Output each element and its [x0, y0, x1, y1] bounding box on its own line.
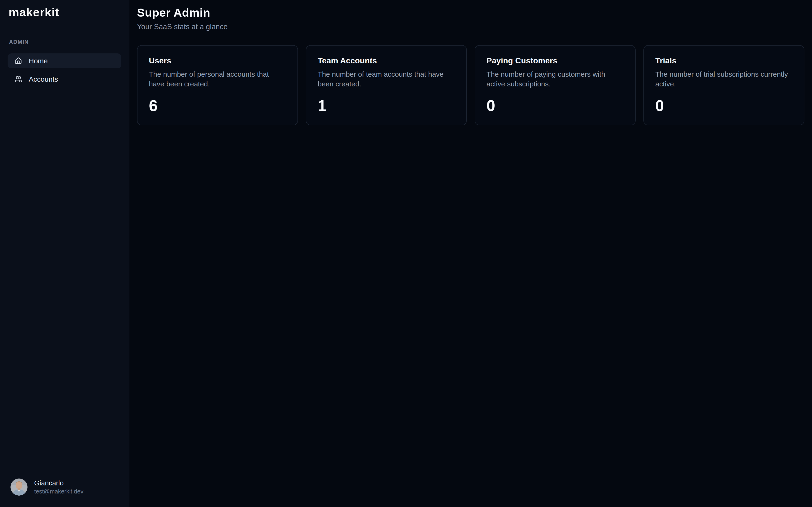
- stat-card-description: The number of personal accounts that hav…: [149, 69, 286, 89]
- avatar: [10, 478, 28, 496]
- sidebar-nav: Home Accounts: [8, 53, 121, 87]
- stat-card-value: 0: [486, 98, 624, 113]
- stat-card-value: 6: [149, 98, 286, 113]
- stat-card-title: Trials: [655, 56, 793, 65]
- main-content: Super Admin Your SaaS stats at a glance …: [129, 0, 812, 507]
- sidebar-item-accounts[interactable]: Accounts: [8, 72, 121, 87]
- page-title: Super Admin: [137, 6, 804, 19]
- stat-card-value: 1: [318, 98, 455, 113]
- app-logo[interactable]: makerkit: [8, 6, 121, 19]
- stat-card-description: The number of trial subscriptions curren…: [655, 69, 793, 89]
- user-profile[interactable]: Giancarlo test@makerkit.dev: [8, 478, 121, 496]
- stat-card-team-accounts: Team Accounts The number of team account…: [306, 45, 467, 125]
- stat-card-description: The number of paying customers with acti…: [486, 69, 624, 89]
- stat-card-value: 0: [655, 98, 793, 113]
- home-icon: [15, 57, 22, 65]
- stats-grid: Users The number of personal accounts th…: [137, 45, 804, 125]
- users-icon: [15, 75, 22, 83]
- sidebar-spacer: [8, 87, 121, 478]
- sidebar-item-label: Accounts: [29, 75, 58, 83]
- sidebar-item-home[interactable]: Home: [8, 53, 121, 68]
- stat-card-users: Users The number of personal accounts th…: [137, 45, 298, 125]
- stat-card-title: Team Accounts: [318, 56, 455, 65]
- sidebar-item-label: Home: [29, 57, 48, 65]
- app-root: makerkit ADMIN Home: [0, 0, 812, 507]
- page-subtitle: Your SaaS stats at a glance: [137, 22, 804, 32]
- user-name: Giancarlo: [34, 480, 83, 487]
- sidebar: makerkit ADMIN Home: [0, 0, 129, 507]
- stat-card-description: The number of team accounts that have be…: [318, 69, 455, 89]
- stat-card-paying-customers: Paying Customers The number of paying cu…: [475, 45, 636, 125]
- stat-card-title: Users: [149, 56, 286, 65]
- stat-card-title: Paying Customers: [486, 56, 624, 65]
- user-email: test@makerkit.dev: [34, 489, 83, 494]
- stat-card-trials: Trials The number of trial subscriptions…: [643, 45, 804, 125]
- user-meta: Giancarlo test@makerkit.dev: [34, 480, 83, 494]
- sidebar-section-label: ADMIN: [8, 39, 121, 45]
